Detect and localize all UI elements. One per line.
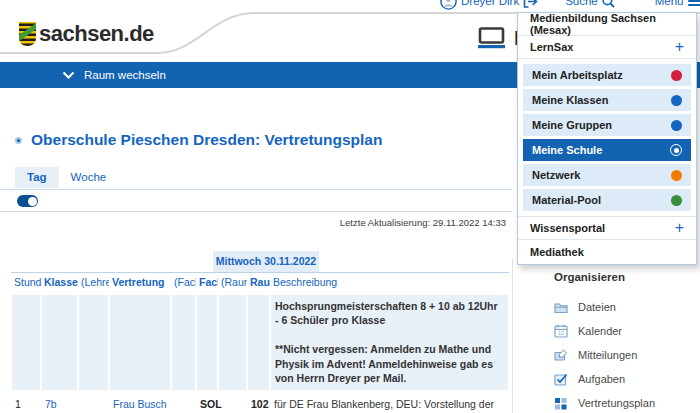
main-menu-dropdown: Medienbildung Sachsen (Mesax) LernSax + … [517,12,697,265]
menu-item-label: LernSax [530,41,573,53]
cell-fach-alt [171,294,196,391]
view-tabs: Tag Woche [15,167,118,188]
sidebar-section-title: Organisieren [554,271,700,283]
search-icon [602,0,615,8]
tabs-divider [0,189,512,190]
menu-item-meine-gruppen[interactable]: Meine Gruppen [523,114,691,136]
menu-item-label: Medienbildung Sachsen (Mesax) [530,12,684,36]
substitution-plan-icon [554,397,568,410]
sidebar-item-label: Aufgaben [578,373,625,385]
sidebar-item-mitteilungen[interactable]: Mitteilungen [554,343,700,367]
sidebar-item-label: Vertretungsplan [578,397,655,409]
col-lehrer[interactable]: (Lehrer) [78,273,109,295]
col-fach-alt[interactable]: (Fach) [171,273,196,295]
user-name: Dreyer Dirk [461,0,519,7]
search-button[interactable]: Suche [565,0,615,8]
menu-item-label: Wissensportal [530,222,605,234]
menu-item-mediathek[interactable]: Mediathek [518,240,696,264]
cell-raum [247,294,270,391]
cell-stunde: 1 [11,391,41,413]
svg-text:12: 12 [558,330,564,336]
cell-vertretung-link[interactable]: Frau Busch [109,391,171,413]
col-fach[interactable]: Fach [196,273,218,295]
day-header: Mittwoch 30.11.2022 [213,251,319,272]
sachsen-logo[interactable]: sachsen.de [18,21,154,47]
filter-toggle[interactable] [17,195,38,207]
sidebar-item-vertretungsplan[interactable]: Vertretungsplan [554,391,700,413]
plus-icon[interactable]: + [675,39,684,55]
cell-raum: 102 [247,391,270,413]
menu-room-group: Mein Arbeitsplatz Meine Klassen Meine Gr… [518,59,696,217]
menu-label: Menü [655,0,684,7]
menu-item-label: Mein Arbeitsplatz [532,69,623,81]
cell-fach-alt [171,391,196,413]
menu-item-label: Mediathek [530,246,584,258]
menu-item-mein-arbeitsplatz[interactable]: Mein Arbeitsplatz [523,64,691,86]
content-divider [0,211,512,212]
tab-tag[interactable]: Tag [15,167,59,188]
logout-icon[interactable] [523,0,538,8]
col-raum-alt[interactable]: (Raum) [218,273,247,295]
cell-klasse [41,294,78,391]
user-account-button[interactable]: Dreyer Dirk [440,0,538,10]
cell-klasse-link[interactable]: 7b [41,391,78,413]
room-bullet-icon [15,137,22,144]
menu-item-lernsax[interactable]: LernSax + [518,36,696,59]
menu-item-wissensportal[interactable]: Wissensportal + [518,217,696,240]
status-dot-orange-icon [671,170,682,181]
menu-item-netzwerk[interactable]: Netzwerk [523,164,691,186]
calendar-icon: 12 [554,324,568,338]
col-vertretung[interactable]: Vertretung [109,273,171,295]
menu-item-meine-klassen[interactable]: Meine Klassen [523,89,691,111]
sidebar-item-dateien[interactable]: Dateien [554,295,700,319]
col-beschreibung[interactable]: Beschreibung [270,273,509,295]
sidebar-item-label: Mitteilungen [578,349,637,361]
col-klasse[interactable]: Klasse [41,273,78,295]
cell-fach: SOL [196,391,218,413]
room-switch-label: Raum wechseln [84,69,166,81]
col-raum[interactable]: Raum [247,273,270,295]
logo-text: sachsen.de [39,21,154,47]
menu-item-material-pool[interactable]: Material-Pool [523,189,691,211]
menu-item-label: Meine Klassen [532,94,608,106]
menu-item-label: Netzwerk [532,169,580,181]
menu-item-mesax[interactable]: Medienbildung Sachsen (Mesax) [518,13,696,36]
table-row: Hochsprungmeisterschaften 8 + 10 ab 12Uh… [11,294,509,391]
status-dot-green-icon [671,195,682,206]
cell-fach [196,294,218,391]
top-utility-bar: Dreyer Dirk Suche Menü [440,0,700,11]
selected-target-icon [670,144,682,156]
menu-item-label: Material-Pool [532,194,601,206]
right-sidebar: Organisieren Dateien 12 Kalender Mitteil… [512,258,700,413]
plus-icon[interactable]: + [675,220,684,236]
tasks-icon [554,373,568,386]
monitor-icon [477,27,506,49]
sidebar-item-label: Dateien [578,301,616,313]
table-header-row: Stunde Klasse (Lehrer) Vertretung (Fach)… [11,273,509,295]
status-dot-red-icon [671,70,682,81]
last-update-text: Letzte Aktualisierung: 29.11.2022 14:33 [0,217,506,228]
chevron-down-icon [62,71,75,79]
cell-stunde [11,294,41,391]
lernsax-page: { "brand": { "logo_text": "sachsen.de", … [0,0,700,413]
saxony-coat-of-arms-icon [18,21,37,47]
sidebar-item-kalender[interactable]: 12 Kalender [554,319,700,343]
sidebar-item-label: Kalender [578,325,622,337]
cell-vertretung [109,294,171,391]
cell-beschreibung: Hochsprungmeisterschaften 8 + 10 ab 12Uh… [270,294,509,391]
col-stunde[interactable]: Stunde [11,273,41,295]
page-title: Oberschule Pieschen Dresden: Vertretungs… [15,131,382,149]
status-dot-blue-icon [671,95,682,106]
cell-raum-alt [218,391,247,413]
menu-button[interactable]: Menü [655,0,700,8]
search-label: Suche [565,0,598,7]
cell-lehrer [78,294,109,391]
sidebar-item-aufgaben[interactable]: Aufgaben [554,367,700,391]
tool-name: Vertretungsplan [264,131,382,148]
folder-icon [554,301,568,314]
menu-item-label: Meine Gruppen [532,119,612,131]
user-avatar-icon [440,0,457,10]
cell-raum-alt [218,294,247,391]
tab-woche[interactable]: Woche [59,167,119,188]
menu-item-meine-schule[interactable]: Meine Schule [523,139,691,161]
